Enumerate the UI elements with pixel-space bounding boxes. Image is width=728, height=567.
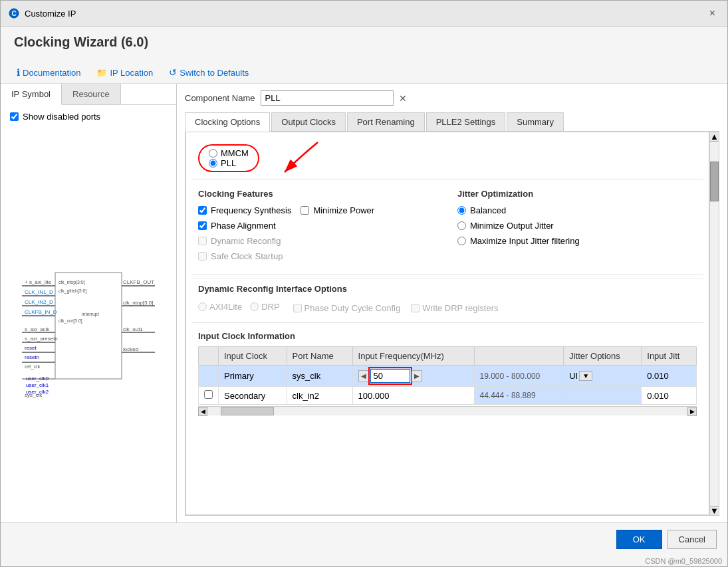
- dynamic-reconfig-checkbox[interactable]: [198, 237, 207, 245]
- switch-defaults-button[interactable]: ↺ Switch to Defaults: [166, 66, 251, 79]
- svg-text:reset: reset: [25, 345, 37, 351]
- svg-text:locked: locked: [123, 346, 138, 352]
- freq-increment-button[interactable]: ▶: [412, 370, 422, 382]
- minimize-output-jitter-radio[interactable]: [457, 221, 466, 230]
- secondary-enable-checkbox[interactable]: [204, 390, 213, 399]
- right-scrollbar: ▲ ▼: [709, 132, 719, 515]
- switch-defaults-label: Switch to Defaults: [180, 68, 249, 78]
- phase-alignment-row: Phase Alignment: [198, 221, 437, 231]
- drp-radio-label[interactable]: DRP: [250, 302, 279, 312]
- write-drp-label[interactable]: Write DRP registers: [411, 303, 498, 313]
- scroll-up-button[interactable]: ▲: [710, 132, 719, 142]
- table-row-secondary: Secondary clk_in2 100.000 44.444 - 88.88…: [199, 387, 697, 405]
- drp-radio[interactable]: [250, 302, 259, 311]
- frequency-synthesis-checkbox[interactable]: [198, 206, 207, 215]
- scroll-down-button[interactable]: ▼: [710, 506, 719, 515]
- tab-plle2-settings[interactable]: PLLE2 Settings: [426, 112, 506, 131]
- drp-title: Dynamic Reconfig Interface Options: [198, 284, 347, 294]
- svg-text:s_axi_aclk: s_axi_aclk: [25, 326, 50, 332]
- col-header-checkbox: [199, 347, 219, 366]
- tab-content-wrapper: MMCM PLL: [185, 132, 719, 516]
- title-bar: C Customize IP ×: [1, 1, 727, 27]
- vertical-scroll-thumb[interactable]: [710, 162, 719, 201]
- documentation-button[interactable]: ℹ Documentation: [14, 66, 83, 79]
- pll-radio[interactable]: [209, 159, 217, 168]
- col-header-input-jitter: Input Jitt: [642, 347, 697, 366]
- tab-resource[interactable]: Resource: [62, 84, 121, 104]
- phase-alignment-label[interactable]: Phase Alignment: [211, 221, 276, 231]
- scroll-right-button[interactable]: ▶: [687, 407, 697, 416]
- primary-jitter-options-value: UI: [569, 371, 578, 381]
- app-title: Clocking Wizard (6.0): [14, 35, 714, 50]
- component-name-clear-button[interactable]: ✕: [399, 93, 407, 104]
- show-disabled-checkbox[interactable]: [10, 112, 19, 121]
- svg-text:+ s_axi_lite: + s_axi_lite: [25, 279, 52, 285]
- dynamic-reconfig-label[interactable]: Dynamic Reconfig: [211, 236, 281, 246]
- axi4lite-radio[interactable]: [198, 302, 207, 311]
- frequency-synthesis-label[interactable]: Frequency Synthesis: [211, 205, 291, 215]
- mmcm-radio[interactable]: [209, 149, 217, 158]
- maximize-input-jitter-radio[interactable]: [457, 237, 466, 245]
- panel-tabs: IP Symbol Resource: [1, 84, 176, 105]
- pll-radio-label[interactable]: PLL: [209, 158, 249, 168]
- phase-alignment-checkbox[interactable]: [198, 221, 207, 230]
- component-name-label: Component Name: [185, 93, 255, 103]
- pll-mmcm-oval: MMCM PLL: [198, 144, 259, 172]
- tab-port-renaming[interactable]: Port Renaming: [347, 112, 425, 131]
- svg-text:clk_ntop[3:0]: clk_ntop[3:0]: [59, 280, 85, 285]
- tab-summary[interactable]: Summary: [507, 112, 564, 131]
- drp-title-row: Dynamic Reconfig Interface Options: [198, 284, 697, 298]
- write-drp-checkbox[interactable]: [411, 304, 420, 312]
- freq-decrement-button[interactable]: ◀: [358, 370, 369, 382]
- mmcm-radio-label[interactable]: MMCM: [209, 148, 249, 158]
- show-disabled-label[interactable]: Show disabled ports: [23, 112, 100, 122]
- svg-text:CLK_IN1_D: CLK_IN1_D: [25, 289, 53, 295]
- safe-clock-checkbox[interactable]: [198, 252, 207, 261]
- mmcm-label: MMCM: [221, 148, 249, 158]
- secondary-input-clock: Secondary: [219, 387, 287, 405]
- tabs-bar: Clocking Options Output Clocks Port Rena…: [185, 112, 719, 132]
- tab-output-clocks[interactable]: Output Clocks: [271, 112, 346, 131]
- maximize-input-jitter-label[interactable]: Maximize Input Jitter filtering: [470, 236, 580, 246]
- safe-clock-label[interactable]: Safe Clock Startup: [211, 251, 283, 261]
- minimize-power-checkbox[interactable]: [301, 206, 309, 215]
- bottom-bar: OK Cancel: [1, 522, 727, 556]
- input-clock-section: Input Clock Information Input Clock Port…: [191, 326, 703, 421]
- horizontal-scrollbar: ◀ ▶: [198, 406, 697, 415]
- minimize-power-label[interactable]: Minimize Power: [313, 205, 374, 215]
- minimize-output-jitter-row: Minimize Output Jitter: [457, 221, 697, 231]
- primary-checkbox-cell: [199, 366, 219, 387]
- close-button[interactable]: ×: [705, 6, 719, 21]
- jitter-optimization-title: Jitter Optimization: [457, 189, 697, 199]
- ok-button[interactable]: OK: [616, 530, 662, 549]
- ip-location-button[interactable]: 📁 IP Location: [94, 66, 156, 79]
- phase-duty-cycle-checkbox[interactable]: [293, 304, 302, 312]
- primary-jitter-options: UI ▼: [564, 366, 642, 387]
- clocking-features-col: Clocking Features Frequency Synthesis Mi…: [198, 189, 437, 267]
- svg-text:clk_cor[3:0]: clk_cor[3:0]: [59, 318, 82, 324]
- svg-text:C: C: [11, 10, 16, 17]
- watermark: CSDN @m0_59825000: [1, 556, 727, 566]
- phase-duty-cycle-label[interactable]: Phase Duty Cycle Config: [293, 303, 401, 313]
- scroll-left-button[interactable]: ◀: [198, 407, 207, 416]
- tab-clocking-options[interactable]: Clocking Options: [185, 112, 270, 132]
- col-header-frequency: Input Frequency(MHz): [352, 347, 474, 366]
- component-name-row: Component Name ✕: [185, 90, 719, 106]
- axi4lite-radio-label[interactable]: AXI4Lite: [198, 302, 242, 312]
- frequency-synthesis-row: Frequency Synthesis Minimize Power: [198, 205, 437, 215]
- tab-ip-symbol[interactable]: IP Symbol: [1, 84, 62, 105]
- balanced-radio[interactable]: [457, 206, 466, 215]
- left-panel: IP Symbol Resource Show disabled ports: [1, 84, 177, 522]
- horizontal-scroll-thumb[interactable]: [221, 407, 274, 415]
- ip-block-container: + s_axi_lite CLK_IN1_D CLK_IN2_D CLKFB_I…: [22, 253, 155, 399]
- refresh-icon: ↺: [169, 67, 177, 78]
- minimize-output-jitter-label[interactable]: Minimize Output Jitter: [470, 221, 554, 231]
- pll-mmcm-section: MMCM PLL: [191, 139, 703, 175]
- clocking-features-title: Clocking Features: [198, 189, 437, 199]
- primary-frequency-input[interactable]: [370, 369, 410, 383]
- jitter-options-dropdown[interactable]: ▼: [579, 371, 592, 381]
- balanced-label[interactable]: Balanced: [470, 205, 506, 215]
- component-name-input[interactable]: [261, 90, 394, 106]
- cancel-button[interactable]: Cancel: [667, 530, 717, 549]
- title-bar-left: C Customize IP: [9, 8, 76, 19]
